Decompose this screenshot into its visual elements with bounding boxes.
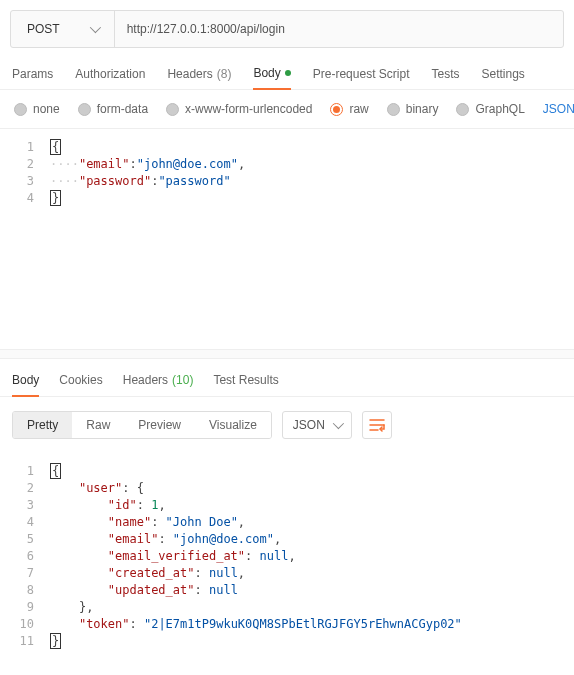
view-raw[interactable]: Raw — [72, 412, 124, 438]
body-type-raw[interactable]: raw — [330, 102, 368, 116]
url-input[interactable] — [115, 11, 563, 47]
response-section: Body Cookies Headers (10) Test Results P… — [0, 359, 574, 660]
body-type-graphql[interactable]: GraphQL — [456, 102, 524, 116]
tab-body[interactable]: Body — [253, 66, 290, 90]
tab-tests[interactable]: Tests — [431, 66, 459, 89]
view-pretty[interactable]: Pretty — [13, 412, 72, 438]
tab-headers[interactable]: Headers (8) — [167, 66, 231, 89]
response-format-select[interactable]: JSON — [282, 411, 352, 439]
radio-icon — [387, 103, 400, 116]
wrap-lines-button[interactable] — [362, 411, 392, 439]
request-body-editor[interactable]: 1 { 2 ····"email":"john@doe.com", 3 ····… — [0, 129, 574, 349]
method-label: POST — [27, 22, 60, 36]
request-bar: POST — [10, 10, 564, 48]
chevron-down-icon — [89, 22, 100, 33]
body-type-binary[interactable]: binary — [387, 102, 439, 116]
resp-headers-count: (10) — [172, 373, 193, 388]
request-section-tabs: Params Authorization Headers (8) Body Pr… — [0, 58, 574, 90]
radio-icon — [14, 103, 27, 116]
view-mode-segment: Pretty Raw Preview Visualize — [12, 411, 272, 439]
view-preview[interactable]: Preview — [124, 412, 195, 438]
tab-authorization[interactable]: Authorization — [75, 66, 145, 89]
tab-params[interactable]: Params — [12, 66, 53, 89]
resp-tab-headers[interactable]: Headers (10) — [123, 373, 194, 396]
wrap-lines-icon — [369, 418, 385, 432]
radio-icon — [166, 103, 179, 116]
radio-icon — [330, 103, 343, 116]
tab-settings[interactable]: Settings — [482, 66, 525, 89]
body-type-form-data[interactable]: form-data — [78, 102, 148, 116]
radio-icon — [78, 103, 91, 116]
divider — [0, 349, 574, 359]
radio-icon — [456, 103, 469, 116]
body-modified-dot-icon — [285, 70, 291, 76]
view-controls: Pretty Raw Preview Visualize JSON — [0, 397, 574, 453]
chevron-down-icon — [333, 418, 344, 429]
body-type-xwww[interactable]: x-www-form-urlencoded — [166, 102, 312, 116]
resp-tab-body[interactable]: Body — [12, 373, 39, 397]
resp-tab-testresults[interactable]: Test Results — [213, 373, 278, 396]
view-visualize[interactable]: Visualize — [195, 412, 271, 438]
tab-prerequest[interactable]: Pre-request Script — [313, 66, 410, 89]
method-select[interactable]: POST — [11, 11, 115, 47]
body-type-selector: none form-data x-www-form-urlencoded raw… — [0, 90, 574, 129]
resp-tab-cookies[interactable]: Cookies — [59, 373, 102, 396]
response-tabs: Body Cookies Headers (10) Test Results — [0, 367, 574, 397]
body-format-json[interactable]: JSON — [543, 102, 574, 116]
body-type-none[interactable]: none — [14, 102, 60, 116]
headers-count: (8) — [217, 67, 232, 81]
response-body-viewer[interactable]: 1{ 2 "user": { 3 "id": 1, 4 "name": "Joh… — [0, 453, 574, 660]
